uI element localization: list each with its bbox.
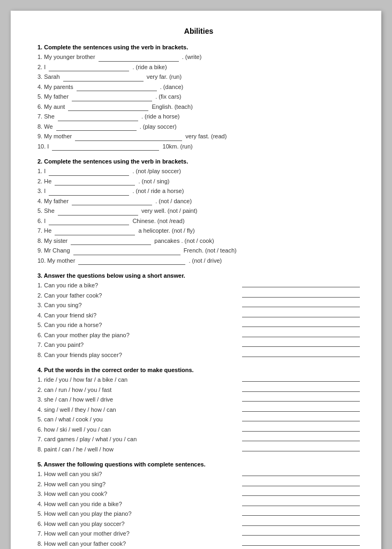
answer-line — [242, 327, 360, 327]
list-item: 4. sing / well / they / how / can — [37, 405, 360, 414]
list-item: 1. ride / you / how far / a bike / can — [37, 375, 360, 384]
list-item: 10. I 10km. (run) — [37, 142, 360, 151]
list-item: 3. I . (not / ride a horse) — [37, 187, 360, 196]
page: Abilities 1. Complete the sentences usin… — [11, 11, 381, 549]
blank — [49, 225, 129, 225]
answer-line — [242, 307, 360, 307]
list-item: 5. can / what / cook / you — [37, 415, 360, 424]
section-3-title: 3. Answer the questions below using a sh… — [37, 272, 360, 279]
blank — [55, 185, 135, 186]
blank — [49, 175, 129, 176]
answer-line — [242, 431, 360, 432]
list-item: 9. Mr Chang French. (not / teach) — [37, 246, 360, 255]
list-item: 1. I . (not /play soccer) — [37, 167, 360, 176]
section-5: 5. Answer the following questions with c… — [37, 461, 360, 548]
answer-line — [242, 337, 360, 337]
answer-line — [242, 525, 360, 526]
blank — [78, 264, 185, 265]
blank — [58, 121, 138, 121]
blank — [58, 215, 138, 216]
list-item: 7. card games / play / what / you / can — [37, 435, 360, 444]
answer-line — [242, 545, 360, 546]
list-item: 8. My sister pancakes . (not / cook) — [37, 236, 360, 246]
list-item: 8. How well can your father cook? — [37, 539, 360, 548]
answer-line — [242, 515, 360, 516]
answer-line — [242, 486, 360, 486]
section-1: 1. Complete the sentences using the verb… — [37, 44, 360, 151]
blank — [75, 140, 182, 141]
answer-line — [242, 421, 360, 421]
list-item: 1. Can you ride a bike? — [37, 281, 360, 290]
list-item: 9. My mother very fast. (read) — [37, 132, 360, 141]
page-title: Abilities — [37, 27, 360, 35]
answer-line — [242, 287, 360, 287]
list-item: 3. she / can / how well / drive — [37, 395, 360, 404]
list-item: 7. How well can your mother drive? — [37, 529, 360, 538]
list-item: 3. Can you sing? — [37, 301, 360, 310]
list-item: 7. He a helicopter. (not / fly) — [37, 226, 360, 235]
blank — [72, 101, 152, 101]
list-item: 8. paint / can / he / well / how — [37, 445, 360, 454]
list-item: 10. My mother . (not / drive) — [37, 256, 360, 265]
list-item: 4. My parents . (dance) — [37, 83, 360, 92]
list-item: 3. Sarah very far. (run) — [37, 72, 360, 81]
answer-line — [242, 297, 360, 298]
list-item: 8. Can your friends play soccer? — [37, 351, 360, 360]
section-5-title: 5. Answer the following questions with c… — [37, 461, 360, 468]
blank — [68, 110, 148, 111]
list-item: 6. How well can you play soccer? — [37, 520, 360, 529]
list-item: 5. My father . (fix cars) — [37, 92, 360, 101]
list-item: 7. Can you paint? — [37, 340, 360, 350]
section-4: 4. Put the words in the correct order to… — [37, 367, 360, 454]
blank — [77, 91, 157, 91]
blank — [71, 244, 151, 245]
answer-line — [242, 346, 360, 347]
answer-line — [242, 381, 360, 382]
answer-line — [242, 535, 360, 536]
list-item: 2. Can your father cook? — [37, 291, 360, 300]
list-item: 4. How well can you ride a bike? — [37, 500, 360, 509]
list-item: 5. Can you ride a horse? — [37, 321, 360, 330]
list-item: 6. I Chinese. (not /read) — [37, 217, 360, 226]
list-item: 6. how / ski / well / you / can — [37, 425, 360, 434]
list-item: 4. Can your friend ski? — [37, 311, 360, 320]
section-1-title: 1. Complete the sentences using the verb… — [37, 44, 360, 50]
blank — [49, 195, 129, 196]
list-item: 8. We . (play soccer) — [37, 122, 360, 131]
answer-line — [242, 451, 360, 451]
list-item: 3. How well can you cook? — [37, 489, 360, 499]
list-item: 7. She . (ride a horse) — [37, 112, 360, 121]
answer-line — [242, 401, 360, 402]
list-item: 6. Can your mother play the piano? — [37, 331, 360, 340]
list-item: 5. She very well. (not / paint) — [37, 206, 360, 216]
answer-line — [242, 476, 360, 476]
list-item: 1. How well can you ski? — [37, 470, 360, 479]
list-item: 2. He . (not / sing) — [37, 177, 360, 186]
list-item: 2. can / run / how / you / fast — [37, 385, 360, 395]
list-item: 6. My aunt English. (teach) — [37, 102, 360, 112]
answer-line — [242, 411, 360, 412]
section-3: 3. Answer the questions below using a sh… — [37, 272, 360, 359]
blank — [63, 81, 144, 81]
list-item: 5. How well can you play the piano? — [37, 509, 360, 518]
blank — [72, 205, 152, 205]
list-item: 4. My father . (not / dance) — [37, 197, 360, 206]
answer-line — [242, 441, 360, 441]
answer-line — [242, 357, 360, 357]
blank — [52, 150, 159, 151]
answer-line — [242, 317, 360, 317]
blank — [99, 61, 179, 62]
answer-line — [242, 506, 360, 506]
list-item: 2. I . (ride a bike) — [37, 63, 360, 72]
blank — [49, 71, 129, 71]
section-2-title: 2. Complete the sentences using the verb… — [37, 158, 360, 165]
blank — [55, 235, 135, 235]
answer-line — [242, 495, 360, 496]
section-2: 2. Complete the sentences using the verb… — [37, 158, 360, 265]
list-item: 2. How well can you sing? — [37, 480, 360, 489]
list-item: 1. My younger brother . (write) — [37, 53, 360, 62]
answer-line — [242, 391, 360, 392]
blank — [73, 255, 180, 255]
blank — [56, 130, 137, 131]
section-4-title: 4. Put the words in the correct order to… — [37, 367, 360, 373]
